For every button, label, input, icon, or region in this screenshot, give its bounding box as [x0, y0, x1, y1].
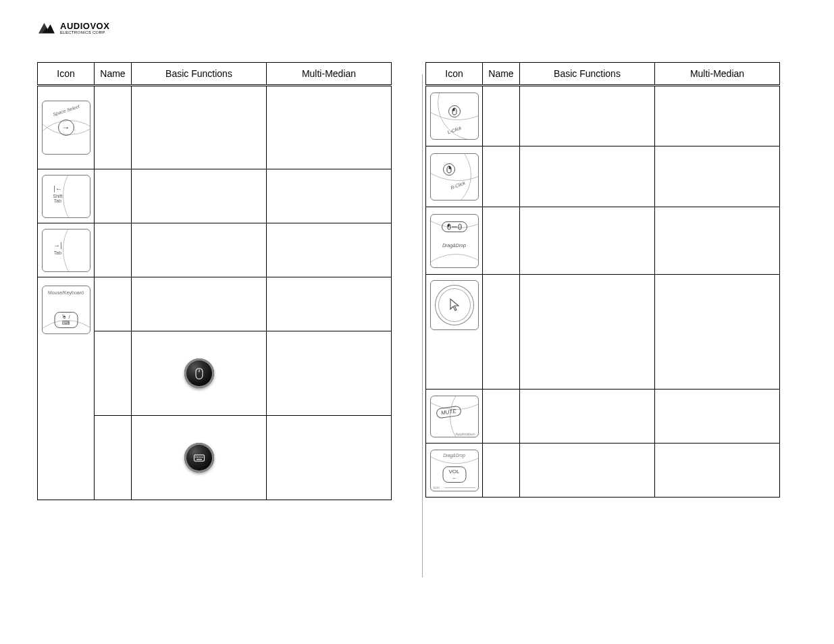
- svg-rect-0: [194, 455, 204, 461]
- tab-key-icon: →| Tab: [42, 229, 90, 272]
- col-header-func: Basic Functions: [520, 63, 655, 86]
- table-row: R-Click: [426, 146, 780, 207]
- table-row: Drag&Drop: [426, 207, 780, 275]
- col-header-multi: Multi-Median: [267, 63, 392, 86]
- table-row: MUTE Application: [426, 390, 780, 444]
- left-table: Icon Name Basic Functions Multi-Median S…: [37, 62, 392, 500]
- col-header-icon: Icon: [426, 63, 483, 86]
- table-row: Drag&Drop VOL – tion: [426, 444, 780, 498]
- vol-down-key-icon: Drag&Drop VOL – tion: [430, 450, 479, 491]
- space-select-key-icon: Space Select →: [42, 101, 90, 155]
- func-cell: [132, 86, 267, 169]
- table-row: |← ShiftTab: [38, 169, 392, 223]
- cursor-arrow-icon: [446, 297, 463, 313]
- keyboard-led-icon: [184, 443, 214, 473]
- page-divider: [422, 74, 423, 577]
- drag-drop-key-icon: Drag&Drop: [430, 214, 479, 268]
- shift-tab-key-icon: |← ShiftTab: [42, 175, 90, 218]
- table-row: L-Click: [426, 86, 780, 146]
- table-row: Mouse/Keyboard 🖱 / ⌨: [38, 277, 392, 331]
- table-row: [426, 275, 780, 390]
- cursor-key-icon: [430, 280, 479, 330]
- brand-logo: AUDIOVOX ELECTRONICS CORP.: [37, 20, 797, 35]
- table-row: Space Select →: [38, 86, 392, 169]
- col-header-multi: Multi-Median: [655, 63, 780, 86]
- brand-mark-icon: [37, 20, 56, 35]
- vol-down-button-label: VOL –: [442, 466, 466, 483]
- left-click-key-icon: L-Click: [430, 92, 479, 140]
- col-header-name: Name: [483, 63, 520, 86]
- brand-name: AUDIOVOX: [60, 22, 109, 30]
- right-click-key-icon: R-Click: [430, 153, 479, 200]
- col-header-icon: Icon: [38, 63, 95, 86]
- keyboard-icon: ⌨: [62, 320, 70, 326]
- multi-cell: [267, 86, 392, 169]
- mouse-keyboard-key-icon: Mouse/Keyboard 🖱 / ⌨: [42, 286, 90, 334]
- right-table: Icon Name Basic Functions Multi-Median: [425, 62, 780, 498]
- col-header-name: Name: [95, 63, 132, 86]
- mouse-icon: 🖱: [61, 314, 67, 320]
- brand-subtitle: ELECTRONICS CORP.: [60, 30, 109, 34]
- table-row: →| Tab: [38, 223, 392, 277]
- mouse-led-icon: [184, 358, 214, 388]
- name-cell: [95, 86, 132, 169]
- mute-key-icon: MUTE Application: [430, 396, 479, 437]
- col-header-func: Basic Functions: [132, 63, 267, 86]
